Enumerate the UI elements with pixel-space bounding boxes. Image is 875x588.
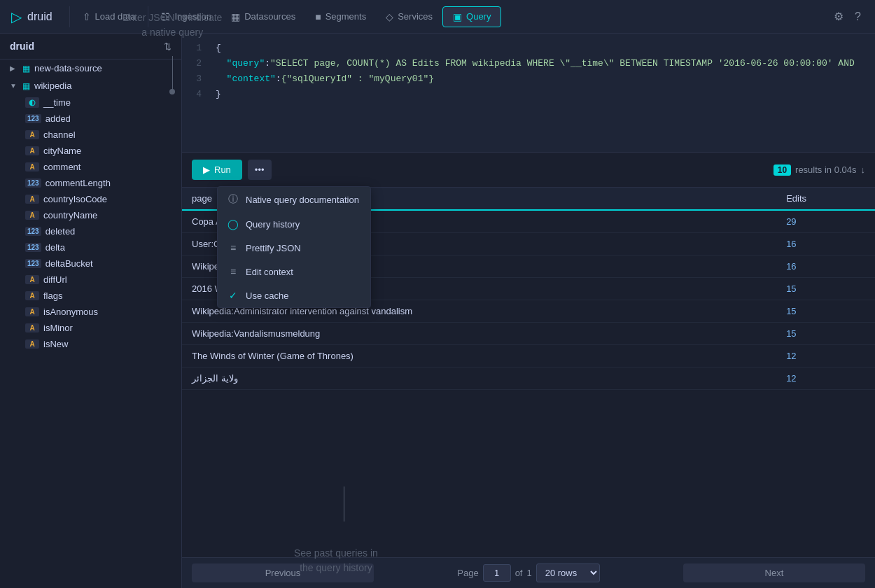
field-delta[interactable]: 123 delta [0, 239, 181, 255]
cell-edits: 12 [776, 345, 875, 368]
field-countryisocode[interactable]: A countryIsoCode [0, 191, 181, 207]
field-type-icon-deltabucket: 123 [25, 259, 41, 268]
field-type-icon-isminor: A [25, 323, 39, 332]
col-header-edits: Edits [776, 188, 875, 210]
field-countryname[interactable]: A countryName [0, 207, 181, 223]
main-layout: druid ⇅ ▶ ▦ new-data-source ▼ ▦ wikipedi… [0, 34, 875, 588]
field-isnew[interactable]: A isNew [0, 336, 181, 352]
of-label: of [515, 568, 523, 578]
field-label-cityname: cityName [43, 146, 81, 156]
results-text: results in 0.04s [795, 164, 856, 175]
field-type-icon-comment: A [25, 162, 39, 172]
run-button[interactable]: ▶ Run [192, 160, 242, 180]
field-time[interactable]: ◐ __time [0, 94, 181, 111]
field-type-icon-flags: A [25, 291, 39, 300]
nav-segments[interactable]: ■ Segments [305, 7, 376, 27]
field-label-isnew: isNew [43, 339, 68, 349]
settings-icon[interactable]: ⚙ [831, 7, 846, 26]
field-deleted[interactable]: 123 deleted [0, 223, 181, 239]
rows-per-page-select[interactable]: 20 rows 50 rows 100 rows [536, 564, 600, 582]
cell-page: Wikipedia:Vandalismusmeldung [182, 323, 776, 345]
dropdown-item-edit-context[interactable]: ≡ Edit context [218, 260, 370, 284]
query-icon: ▣ [453, 11, 462, 22]
sidebar-sort-icon[interactable]: ⇅ [164, 41, 172, 52]
field-cityname[interactable]: A cityName [0, 143, 181, 159]
edit-context-icon: ≡ [227, 266, 239, 277]
tree-label-new-data-source: new-data-source [34, 63, 102, 74]
table-row: ولاية الجزائر 12 [182, 368, 875, 390]
field-deltabucket[interactable]: 123 deltaBucket [0, 255, 181, 272]
field-type-icon-time: ◐ [25, 97, 39, 108]
top-tooltip-line2: a native query [122, 25, 222, 40]
tree-item-wikipedia[interactable]: ▼ ▦ wikipedia [0, 77, 181, 94]
cell-page: ولاية الجزائر [182, 368, 776, 390]
nav-query[interactable]: ▣ Query [442, 6, 501, 27]
checkmark-icon: ✓ [227, 290, 239, 301]
prettify-icon: ≡ [227, 242, 239, 253]
cell-edits: 15 [776, 323, 875, 345]
field-label-isanonymous: isAnonymous [43, 307, 98, 317]
dropdown-item-use-cache[interactable]: ✓ Use cache [218, 284, 370, 307]
next-button[interactable]: Next [683, 564, 865, 582]
dropdown-label-prettify: Prettify JSON [246, 243, 301, 253]
nav-datasources[interactable]: ▦ Datasources [221, 7, 305, 27]
page-number-input[interactable] [483, 564, 511, 582]
next-button-label: Next [765, 568, 784, 578]
field-type-icon-isanonymous: A [25, 307, 39, 316]
table-row: The Winds of Winter (Game of Thrones) 12 [182, 345, 875, 368]
segments-icon: ■ [315, 11, 321, 22]
dropdown-label-query-history: Query history [246, 219, 300, 230]
help-icon[interactable]: ? [852, 8, 864, 26]
field-isminor[interactable]: A isMinor [0, 320, 181, 336]
table-icon-wikipedia: ▦ [22, 81, 30, 91]
bottom-connector-line [344, 486, 344, 522]
dropdown-item-native-docs[interactable]: ⓘ Native query documentation [218, 187, 370, 212]
total-pages: 1 [526, 568, 531, 578]
nav-datasources-label: Datasources [244, 11, 295, 22]
field-type-icon-commentlength: 123 [25, 178, 41, 188]
field-type-icon-diffurl: A [25, 275, 39, 284]
field-channel[interactable]: A channel [0, 127, 181, 143]
field-comment[interactable]: A comment [0, 159, 181, 175]
dropdown-item-prettify[interactable]: ≡ Prettify JSON [218, 236, 370, 260]
tree-arrow-new-data-source: ▶ [10, 64, 18, 72]
tooltip-connector-dot [169, 89, 175, 94]
nav-services[interactable]: ◇ Services [376, 7, 442, 27]
code-line-2: "query":"SELECT page, COUNT(*) AS Edits … [216, 56, 869, 71]
results-count-badge: 10 [774, 164, 791, 176]
cell-edits: 29 [776, 210, 875, 233]
tree-item-new-data-source[interactable]: ▶ ▦ new-data-source [0, 59, 181, 77]
line-number-2: 2 [190, 56, 202, 71]
run-play-icon: ▶ [203, 164, 210, 175]
page-label: Page [457, 568, 478, 578]
field-type-icon-countryisocode: A [25, 195, 39, 204]
history-icon: ◯ [227, 218, 239, 230]
line-number-3: 3 [190, 71, 202, 87]
tree-label-wikipedia: wikipedia [34, 80, 71, 91]
line-numbers: 1 2 3 4 [182, 41, 210, 102]
dropdown-label-native-docs: Native query documentation [246, 195, 359, 205]
results-info: 10 results in 0.04s ↓ [774, 164, 865, 176]
field-label-diffurl: diffUrl [43, 274, 67, 285]
field-label-flags: flags [43, 290, 62, 301]
code-editor[interactable]: 1 2 3 4 { "query":"SELECT page, COUNT(*)… [182, 34, 875, 153]
dropdown-item-query-history[interactable]: ◯ Query history [218, 212, 370, 236]
field-label-countryisocode: countryIsoCode [43, 194, 107, 204]
field-label-deleted: deleted [46, 226, 76, 237]
druid-logo-icon: ▷ [11, 8, 22, 25]
download-icon[interactable]: ↓ [861, 164, 866, 175]
field-diffurl[interactable]: A diffUrl [0, 272, 181, 288]
field-type-icon-added: 123 [25, 114, 41, 123]
cell-edits: 16 [776, 233, 875, 255]
more-options-button[interactable]: ••• [248, 160, 272, 180]
field-flags[interactable]: A flags [0, 288, 181, 304]
help-circle-icon: ⓘ [227, 193, 239, 206]
nav-segments-label: Segments [326, 11, 367, 22]
field-isanonymous[interactable]: A isAnonymous [0, 304, 181, 320]
field-added[interactable]: 123 added [0, 111, 181, 127]
dropdown-label-use-cache: Use cache [246, 290, 288, 301]
field-commentlength[interactable]: 123 commentLength [0, 175, 181, 191]
table-icon-new-data-source: ▦ [22, 64, 30, 74]
nav-right: ⚙ ? [831, 7, 864, 26]
field-label-added: added [46, 113, 71, 124]
